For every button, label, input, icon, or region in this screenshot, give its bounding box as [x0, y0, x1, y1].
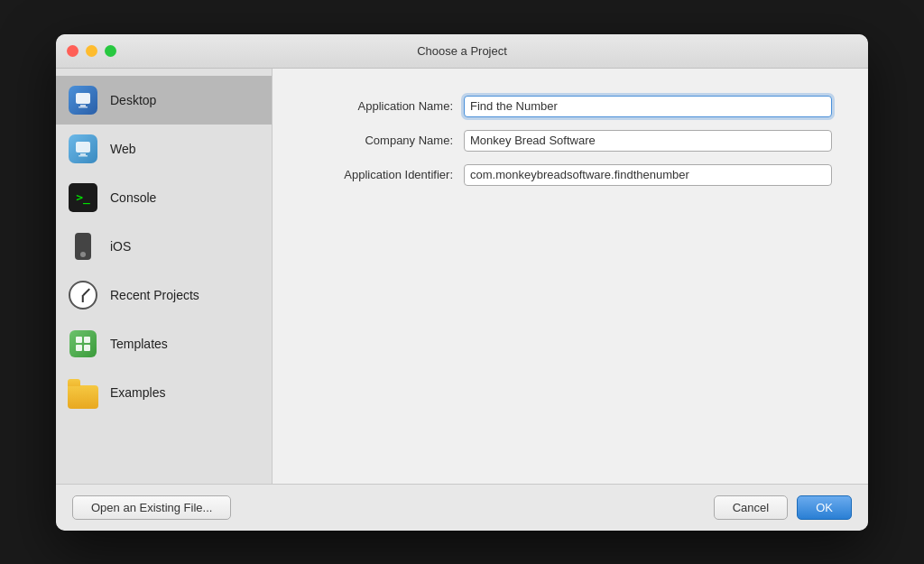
app-identifier-label: Application Identifier:: [309, 168, 453, 181]
sidebar-label-ios: iOS: [110, 239, 131, 254]
svg-rect-0: [76, 93, 90, 104]
svg-rect-5: [79, 155, 88, 157]
console-icon: >_: [69, 183, 97, 212]
app-identifier-input[interactable]: [464, 164, 832, 186]
company-name-input[interactable]: [464, 130, 832, 152]
svg-rect-7: [84, 337, 90, 343]
examples-icon-wrapper: [67, 376, 99, 409]
minimize-button[interactable]: [86, 45, 97, 57]
company-name-row: Company Name:: [309, 130, 832, 152]
sidebar-item-recent-projects[interactable]: Recent Projects: [56, 271, 272, 319]
svg-rect-9: [84, 345, 90, 351]
svg-rect-2: [79, 106, 88, 108]
templates-icon-svg: [75, 336, 91, 352]
sidebar-label-desktop: Desktop: [110, 93, 156, 107]
web-icon-wrapper: [67, 133, 99, 165]
main-window: Choose a Project Desktop: [56, 34, 868, 531]
open-existing-button[interactable]: Open an Existing File...: [72, 495, 231, 520]
sidebar-item-desktop[interactable]: Desktop: [56, 76, 272, 125]
web-icon: [69, 134, 97, 163]
app-name-label: Application Name:: [309, 99, 453, 113]
app-name-row: Application Name:: [309, 96, 832, 117]
app-name-input[interactable]: [464, 96, 832, 117]
svg-rect-1: [80, 105, 86, 106]
sidebar-label-recent-projects: Recent Projects: [110, 288, 199, 302]
sidebar-item-ios[interactable]: iOS: [56, 222, 272, 271]
ios-icon: [75, 233, 91, 260]
window-controls: [67, 45, 116, 57]
maximize-button[interactable]: [105, 45, 116, 57]
ios-icon-wrapper: [67, 230, 99, 263]
window-title: Choose a Project: [417, 44, 507, 58]
main-panel: Application Name: Company Name: Applicat…: [273, 69, 868, 484]
sidebar-item-console[interactable]: >_ Console: [56, 173, 272, 222]
templates-icon-wrapper: [67, 328, 99, 360]
content-area: Desktop Web >_: [56, 69, 868, 484]
desktop-icon: [69, 86, 97, 115]
templates-icon: [69, 330, 97, 357]
company-name-label: Company Name:: [309, 134, 453, 147]
sidebar-label-templates: Templates: [110, 337, 168, 351]
recent-projects-icon-wrapper: [67, 279, 99, 311]
svg-rect-4: [80, 153, 86, 155]
ok-button[interactable]: OK: [797, 495, 852, 520]
recent-projects-icon: [69, 281, 97, 310]
examples-icon: [68, 385, 98, 409]
svg-rect-6: [76, 337, 82, 343]
desktop-icon-wrapper: [67, 84, 99, 116]
footer-right-buttons: Cancel OK: [714, 495, 852, 520]
sidebar: Desktop Web >_: [56, 69, 273, 484]
sidebar-label-console: Console: [110, 190, 156, 205]
sidebar-label-examples: Examples: [110, 385, 165, 400]
console-icon-wrapper: >_: [67, 181, 99, 214]
sidebar-item-examples[interactable]: Examples: [56, 368, 272, 417]
footer: Open an Existing File... Cancel OK: [56, 484, 868, 531]
svg-rect-3: [76, 142, 90, 153]
close-button[interactable]: [67, 45, 79, 57]
sidebar-item-web[interactable]: Web: [56, 125, 272, 173]
sidebar-label-web: Web: [110, 142, 136, 156]
cancel-button[interactable]: Cancel: [714, 495, 788, 520]
desktop-icon-svg: [74, 91, 92, 109]
sidebar-item-templates[interactable]: Templates: [56, 319, 272, 368]
web-icon-svg: [74, 140, 92, 158]
svg-rect-8: [76, 345, 82, 351]
app-identifier-row: Application Identifier:: [309, 164, 832, 186]
titlebar: Choose a Project: [56, 34, 868, 69]
